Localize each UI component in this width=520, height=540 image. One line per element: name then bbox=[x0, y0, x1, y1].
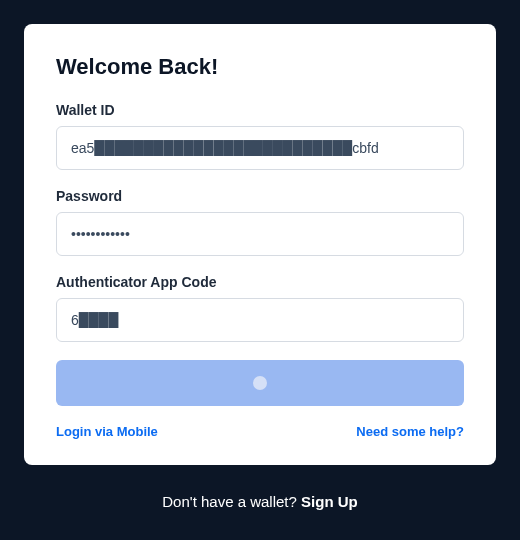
loading-spinner-icon bbox=[253, 376, 267, 390]
login-via-mobile-link[interactable]: Login via Mobile bbox=[56, 424, 158, 439]
auth-code-input[interactable] bbox=[56, 298, 464, 342]
footer: Don't have a wallet? Sign Up bbox=[0, 477, 520, 511]
wallet-id-label: Wallet ID bbox=[56, 102, 464, 118]
wallet-id-input[interactable] bbox=[56, 126, 464, 170]
need-help-link[interactable]: Need some help? bbox=[356, 424, 464, 439]
password-label: Password bbox=[56, 188, 464, 204]
auth-code-label: Authenticator App Code bbox=[56, 274, 464, 290]
auth-code-group: Authenticator App Code bbox=[56, 274, 464, 342]
password-group: Password bbox=[56, 188, 464, 256]
password-input[interactable] bbox=[56, 212, 464, 256]
sign-up-link[interactable]: Sign Up bbox=[301, 493, 358, 510]
link-row: Login via Mobile Need some help? bbox=[56, 424, 464, 439]
login-button[interactable] bbox=[56, 360, 464, 406]
footer-prompt: Don't have a wallet? bbox=[162, 493, 301, 510]
wallet-id-group: Wallet ID bbox=[56, 102, 464, 170]
login-card: Welcome Back! Wallet ID Password Authent… bbox=[24, 24, 496, 465]
page-title: Welcome Back! bbox=[56, 54, 464, 80]
